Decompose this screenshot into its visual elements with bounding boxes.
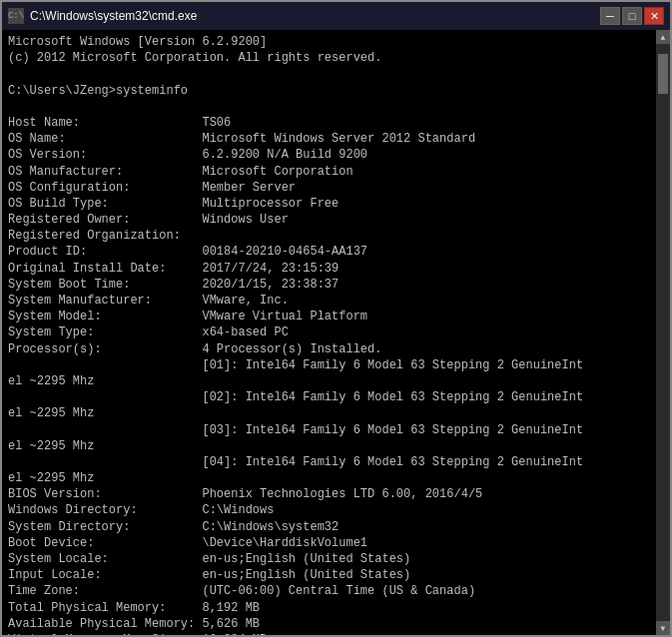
console-output: Microsoft Windows [Version 6.2.9200] (c)… bbox=[2, 30, 656, 635]
title-bar: C:\ C:\Windows\system32\cmd.exe ─ □ ✕ bbox=[2, 2, 670, 30]
scrollbar[interactable]: ▲ ▼ bbox=[656, 30, 670, 635]
window-title: C:\Windows\system32\cmd.exe bbox=[30, 9, 197, 23]
close-button[interactable]: ✕ bbox=[644, 7, 664, 25]
scroll-thumb[interactable] bbox=[658, 54, 668, 94]
maximize-button[interactable]: □ bbox=[622, 7, 642, 25]
cmd-window: C:\ C:\Windows\system32\cmd.exe ─ □ ✕ Mi… bbox=[0, 0, 672, 637]
minimize-button[interactable]: ─ bbox=[600, 7, 620, 25]
title-bar-left: C:\ C:\Windows\system32\cmd.exe bbox=[8, 8, 197, 24]
scroll-track[interactable] bbox=[656, 44, 670, 621]
scroll-up-button[interactable]: ▲ bbox=[656, 30, 670, 44]
console-area[interactable]: Microsoft Windows [Version 6.2.9200] (c)… bbox=[2, 30, 670, 635]
title-bar-controls: ─ □ ✕ bbox=[600, 7, 664, 25]
scroll-down-button[interactable]: ▼ bbox=[656, 621, 670, 635]
cmd-icon: C:\ bbox=[8, 8, 24, 24]
